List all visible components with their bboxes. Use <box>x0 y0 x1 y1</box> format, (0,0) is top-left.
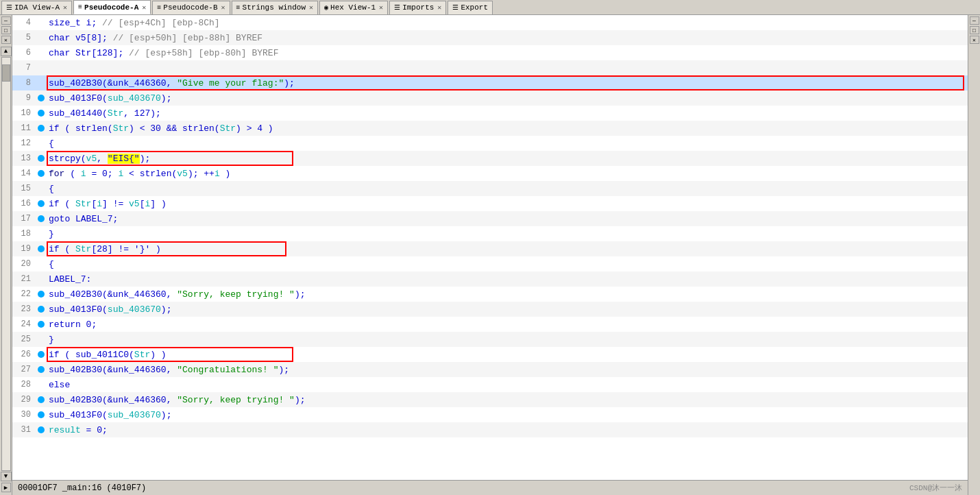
close-button[interactable]: ✕ <box>1 36 11 44</box>
scroll-controls-right-top: ─ □ ✕ <box>970 15 979 45</box>
tab-export[interactable]: ☰ Export <box>448 1 493 14</box>
maximize-button-r[interactable]: □ <box>970 26 979 34</box>
line-number: 26 <box>12 350 36 359</box>
tab-close-icon[interactable]: ✕ <box>437 3 441 12</box>
code-text: if ( sub_4011C0(Str) ) <box>49 350 167 360</box>
scroll-track-left[interactable] <box>1 57 11 471</box>
bullet-dot <box>38 215 45 222</box>
status-bar: 00001OF7 _main:16 (4010F7) CSDN@沐一一沐 <box>12 480 968 495</box>
minimize-button[interactable]: ─ <box>1 16 11 25</box>
code-text: sub_402B30(&unk_446360, "Sorry, keep try… <box>49 395 305 405</box>
line-number: 23 <box>12 304 36 314</box>
watermark: CSDN@沐一一沐 <box>909 483 962 493</box>
tab-bar: ☰ IDA View-A ✕ ≡ Pseudocode-A ✕ ≡ Pseudo… <box>0 0 980 15</box>
code-text: sub_402B30(&unk_446360, "Congratulations… <box>49 365 289 375</box>
bullet-dot <box>38 110 45 117</box>
line-number: 15 <box>12 184 36 193</box>
line-number: 14 <box>12 169 36 178</box>
code-area[interactable]: 4 size_t i; // [esp+4Ch] [ebp-8Ch] 5 cha… <box>12 15 968 495</box>
tab-close-icon[interactable]: ✕ <box>221 3 225 12</box>
left-scrollbar[interactable]: ─ □ ✕ ▲ ▼ ▶ <box>0 15 12 495</box>
line-number: 24 <box>12 319 36 329</box>
code-line-30: 30 sub_4013F0(sub_403670); <box>12 407 968 422</box>
bullet-dot <box>38 245 45 252</box>
tab-icon: ≡ <box>236 4 241 12</box>
bullet-dot <box>38 170 45 177</box>
line-number: 29 <box>12 395 36 405</box>
code-line-24: 24 return 0; <box>12 317 968 332</box>
line-number: 8 <box>12 78 36 88</box>
code-text: { <box>49 184 54 194</box>
code-line-17: 17 goto LABEL_7; <box>12 211 968 226</box>
code-text: } <box>49 229 54 239</box>
bullet-dot <box>38 351 45 358</box>
code-text: { <box>49 259 54 269</box>
line-number: 18 <box>12 229 36 239</box>
code-text: { <box>49 138 54 149</box>
status-text: 00001OF7 _main:16 (4010F7) <box>18 483 146 493</box>
bullet-dot <box>38 366 45 373</box>
scroll-thumb-left[interactable] <box>2 64 10 82</box>
code-text: for ( i = 0; i < strlen(v5); ++i ) <box>49 169 230 179</box>
maximize-button[interactable]: □ <box>1 26 11 34</box>
line-number: 4 <box>12 18 36 27</box>
main-area: ─ □ ✕ ▲ ▼ ▶ 4 size_t i; // [esp+4Ch] [eb… <box>0 15 980 495</box>
scroll-down-button[interactable]: ▼ <box>1 472 12 481</box>
tab-label: Hex View-1 <box>330 3 376 12</box>
minimize-button-r[interactable]: ─ <box>970 16 979 25</box>
bullet-dot <box>38 321 45 328</box>
line-number: 21 <box>12 274 36 284</box>
line-number: 30 <box>12 410 36 420</box>
code-text: result = 0; <box>49 425 108 435</box>
code-line-8: 8 sub_402B30(&unk_446360, "Give me your … <box>12 75 968 90</box>
line-number: 16 <box>12 199 36 208</box>
line-number: 27 <box>12 365 36 374</box>
tab-close-icon[interactable]: ✕ <box>309 3 313 12</box>
code-text: LABEL_7: <box>49 274 91 285</box>
code-line-23: 23 sub_4013F0(sub_403670); <box>12 302 968 317</box>
tab-imports[interactable]: ☰ Imports ✕ <box>389 1 446 14</box>
tab-hex-view-1[interactable]: ◉ Hex View-1 ✕ <box>319 1 388 14</box>
tab-close-icon[interactable]: ✕ <box>63 3 67 12</box>
tab-icon: ☰ <box>394 3 400 12</box>
code-line-13: 13 strcpy(v5, "EIS{"); <box>12 151 968 166</box>
line-number: 9 <box>12 93 36 103</box>
tab-icon: ☰ <box>6 3 12 12</box>
scroll-up-button[interactable]: ▲ <box>1 47 12 56</box>
code-line-25: 25 } <box>12 332 968 347</box>
line-number: 6 <box>12 48 36 58</box>
app-window: ☰ IDA View-A ✕ ≡ Pseudocode-A ✕ ≡ Pseudo… <box>0 0 980 495</box>
tab-pseudocode-b[interactable]: ≡ Pseudocode-B ✕ <box>152 1 230 14</box>
line-number: 17 <box>12 214 36 224</box>
code-text: sub_401440(Str, 127); <box>49 108 161 119</box>
tab-ida-view-a[interactable]: ☰ IDA View-A ✕ <box>1 1 72 14</box>
code-text: else <box>49 380 70 390</box>
scroll-right-arrow[interactable]: ▶ <box>1 483 11 492</box>
close-button-r[interactable]: ✕ <box>970 36 979 44</box>
code-line-16: 16 if ( Str[i] != v5[i] ) <box>12 196 968 211</box>
code-line-31: 31 result = 0; <box>12 422 968 437</box>
tab-label: Strings window <box>243 3 306 12</box>
tab-close-icon[interactable]: ✕ <box>379 3 383 12</box>
tab-pseudocode-a[interactable]: ≡ Pseudocode-A ✕ <box>73 0 151 14</box>
code-line-26: 26 if ( sub_4011C0(Str) ) <box>12 347 968 362</box>
bullet-dot <box>38 396 45 403</box>
code-line-20: 20 { <box>12 256 968 271</box>
code-line-19: 19 if ( Str[28] != '}' ) <box>12 241 968 256</box>
code-text: sub_4013F0(sub_403670); <box>49 93 171 104</box>
tab-close-icon[interactable]: ✕ <box>142 3 146 12</box>
code-text: sub_4013F0(sub_403670); <box>49 304 171 315</box>
code-line-4: 4 size_t i; // [esp+4Ch] [ebp-8Ch] <box>12 15 968 30</box>
code-line-15: 15 { <box>12 181 968 196</box>
code-text: return 0; <box>49 319 97 330</box>
code-text: if ( Str[i] != v5[i] ) <box>49 199 167 209</box>
right-scrollbar[interactable]: ─ □ ✕ <box>968 15 980 495</box>
line-number: 19 <box>12 244 36 254</box>
line-number: 31 <box>12 425 36 435</box>
tab-icon: ☰ <box>452 3 458 12</box>
code-text: sub_402B30(&unk_446360, "Give me your fl… <box>49 78 295 88</box>
tab-strings-window[interactable]: ≡ Strings window ✕ <box>232 1 318 14</box>
tab-icon: ≡ <box>157 4 161 12</box>
bullet-dot <box>38 200 45 207</box>
code-line-9: 9 sub_4013F0(sub_403670); <box>12 90 968 106</box>
